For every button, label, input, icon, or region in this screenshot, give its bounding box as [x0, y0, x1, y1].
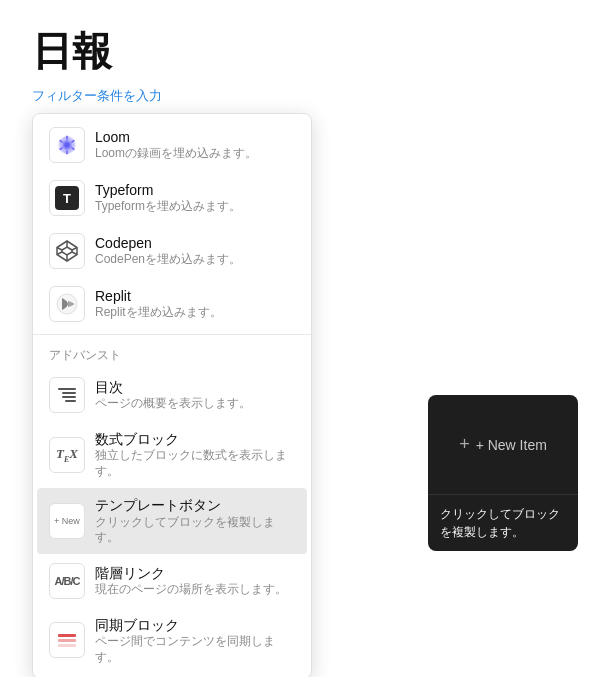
replit-title: Replit: [95, 287, 222, 305]
linked-title: 階層リンク: [95, 564, 287, 582]
sync-icon: [49, 622, 85, 658]
toc-title: 目次: [95, 378, 251, 396]
sync-title: 同期ブロック: [95, 616, 295, 634]
typeform-title: Typeform: [95, 181, 241, 199]
svg-marker-9: [62, 247, 72, 255]
loom-desc: Loomの録画を埋め込みます。: [95, 146, 257, 162]
filter-label: フィルター条件を入力: [0, 87, 598, 113]
svg-point-1: [64, 142, 70, 148]
linked-desc: 現在のページの場所を表示します。: [95, 582, 287, 598]
menu-item-linked[interactable]: A/B/C 階層リンク 現在のページの場所を表示します。: [37, 555, 307, 607]
linked-icon: A/B/C: [49, 563, 85, 599]
menu-item-math[interactable]: TEX 数式ブロック 独立したブロックに数式を表示します。: [37, 422, 307, 487]
dropdown-panel: Loom Loomの録画を埋め込みます。 T Typeform Typeform…: [32, 113, 312, 677]
math-desc: 独立したブロックに数式を表示します。: [95, 448, 295, 479]
tooltip-description: クリックしてブロックを複製します。: [428, 495, 578, 551]
menu-item-template[interactable]: + New テンプレートボタン クリックしてブロックを複製します。: [37, 488, 307, 553]
menu-item-toc[interactable]: 目次 ページの概要を表示します。: [37, 369, 307, 421]
page-title: 日報: [0, 0, 598, 87]
template-title: テンプレートボタン: [95, 496, 295, 514]
toc-desc: ページの概要を表示します。: [95, 396, 251, 412]
codepen-desc: CodePenを埋め込みます。: [95, 252, 241, 268]
codepen-icon: [49, 233, 85, 269]
sync-desc: ページ間でコンテンツを同期します。: [95, 634, 295, 665]
typeform-desc: Typeformを埋め込みます。: [95, 199, 241, 215]
menu-item-codepen[interactable]: Codepen CodePenを埋め込みます。: [37, 225, 307, 277]
loom-icon: [49, 127, 85, 163]
toc-icon: [49, 377, 85, 413]
template-desc: クリックしてブロックを複製します。: [95, 515, 295, 546]
tooltip-popup: + + New Item クリックしてブロックを複製します。: [428, 395, 578, 551]
menu-item-sync[interactable]: 同期ブロック ページ間でコンテンツを同期します。: [37, 608, 307, 673]
menu-item-loom[interactable]: Loom Loomの録画を埋め込みます。: [37, 119, 307, 171]
plus-icon: +: [459, 434, 470, 455]
typeform-icon: T: [49, 180, 85, 216]
math-title: 数式ブロック: [95, 430, 295, 448]
replit-desc: Replitを埋め込みます。: [95, 305, 222, 321]
math-icon: TEX: [49, 437, 85, 473]
advanced-section-label: アドバンスト: [37, 339, 307, 368]
template-icon: + New: [49, 503, 85, 539]
new-item-label: + New Item: [476, 437, 547, 453]
replit-icon: [49, 286, 85, 322]
menu-item-typeform[interactable]: T Typeform Typeformを埋め込みます。: [37, 172, 307, 224]
tooltip-new-item-preview: + + New Item: [428, 395, 578, 495]
section-divider: [33, 334, 311, 335]
loom-title: Loom: [95, 128, 257, 146]
menu-item-replit[interactable]: Replit Replitを埋め込みます。: [37, 278, 307, 330]
codepen-title: Codepen: [95, 234, 241, 252]
